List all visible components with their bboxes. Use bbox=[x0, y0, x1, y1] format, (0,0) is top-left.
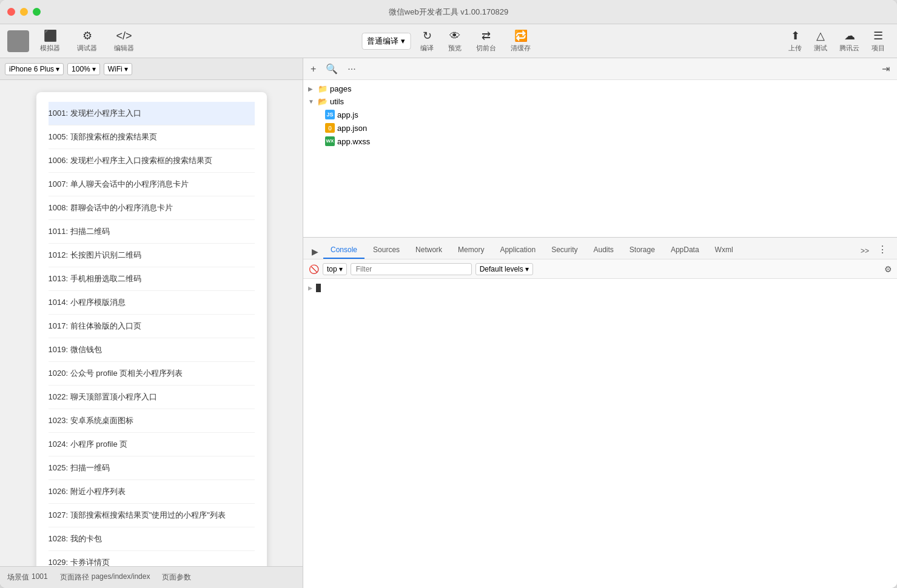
scene-item[interactable]: 1022: 聊天顶部置顶小程序入口 bbox=[49, 386, 255, 409]
traffic-lights bbox=[7, 8, 41, 16]
search-files-button[interactable]: 🔍 bbox=[323, 62, 340, 76]
tab-console[interactable]: Console bbox=[323, 242, 365, 259]
scene-value-item: 场景值 1001 bbox=[7, 572, 48, 583]
console-content[interactable]: ▶ bbox=[303, 279, 897, 588]
network-select[interactable]: WiFi ▾ bbox=[104, 63, 132, 75]
switch-button[interactable]: ⇄ 切前台 bbox=[471, 27, 501, 55]
collapse-panel-button[interactable]: ⇥ bbox=[879, 62, 892, 76]
scene-item[interactable]: 1001: 发现栏小程序主入口 bbox=[49, 102, 255, 125]
add-file-button[interactable]: + bbox=[308, 62, 318, 76]
tree-item-pages[interactable]: ▶ 📁 pages bbox=[303, 82, 897, 95]
scene-item[interactable]: 1024: 小程序 profile 页 bbox=[49, 433, 255, 456]
test-button[interactable]: △ 测试 bbox=[809, 27, 832, 55]
simulator-icon: ⬛ bbox=[44, 29, 57, 42]
context-value: top bbox=[327, 265, 337, 273]
close-button[interactable] bbox=[7, 8, 15, 16]
compile-select[interactable]: 普通编译 ▾ bbox=[361, 33, 411, 50]
page-params-item: 页面参数 bbox=[162, 572, 191, 583]
devtools-panel: ▶ Console Sources Network Memory Applica… bbox=[303, 238, 897, 588]
console-context-select[interactable]: top ▾ bbox=[323, 263, 347, 275]
simulator-button[interactable]: ⬛ 模拟器 bbox=[34, 27, 66, 55]
console-settings-button[interactable]: ⚙ bbox=[884, 264, 892, 274]
eye-icon: 👁 bbox=[449, 30, 460, 42]
preview-button[interactable]: 👁 预览 bbox=[443, 27, 466, 55]
main-content: iPhone 6 Plus ▾ 100% ▾ WiFi ▾ 1001: 发现栏小… bbox=[0, 58, 897, 588]
log-level-value: Default levels bbox=[480, 265, 523, 273]
scene-item[interactable]: 1023: 安卓系统桌面图标 bbox=[49, 409, 255, 433]
maximize-button[interactable] bbox=[33, 8, 41, 16]
tab-storage[interactable]: Storage bbox=[622, 242, 662, 259]
sim-toolbar: iPhone 6 Plus ▾ 100% ▾ WiFi ▾ bbox=[0, 58, 303, 80]
scene-item[interactable]: 1029: 卡券详情页 bbox=[49, 551, 255, 566]
scene-item[interactable]: 1007: 单人聊天会话中的小程序消息卡片 bbox=[49, 173, 255, 196]
test-label: 测试 bbox=[814, 44, 827, 53]
console-prompt: ▶ bbox=[308, 284, 892, 292]
phone-frame: 1001: 发现栏小程序主入口1005: 顶部搜索框的搜索结果页1006: 发现… bbox=[36, 92, 267, 566]
folder-icon: 📁 bbox=[318, 84, 328, 93]
clear-cache-button[interactable]: 🔁 清缓存 bbox=[506, 27, 536, 55]
device-name: iPhone 6 Plus bbox=[9, 65, 54, 73]
debugger-button[interactable]: ⚙ 调试器 bbox=[71, 27, 103, 55]
inspect-button[interactable]: ▶ bbox=[308, 244, 322, 259]
zoom-select[interactable]: 100% ▾ bbox=[67, 63, 100, 75]
scene-item[interactable]: 1005: 顶部搜索框的搜索结果页 bbox=[49, 125, 255, 149]
more-options-button[interactable]: ··· bbox=[345, 62, 358, 76]
device-select[interactable]: iPhone 6 Plus ▾ bbox=[5, 63, 64, 75]
chevron-down-icon: ▾ bbox=[401, 36, 405, 45]
scene-item[interactable]: 1027: 顶部搜索框搜索结果页"使用过的小程序"列表 bbox=[49, 504, 255, 527]
console-filter-input[interactable] bbox=[351, 263, 472, 275]
network-type: WiFi bbox=[108, 65, 123, 73]
more-tabs-button[interactable]: >> bbox=[858, 243, 872, 259]
console-clear-button[interactable]: 🚫 bbox=[308, 264, 319, 275]
scene-item[interactable]: 1026: 附近小程序列表 bbox=[49, 480, 255, 504]
tab-memory[interactable]: Memory bbox=[451, 242, 491, 259]
cloud-button[interactable]: ☁ 腾讯云 bbox=[835, 27, 864, 55]
page-path-item: 页面路径 pages/index/index bbox=[60, 572, 150, 583]
scene-item[interactable]: 1014: 小程序模版消息 bbox=[49, 291, 255, 315]
minimize-button[interactable] bbox=[20, 8, 28, 16]
project-button[interactable]: ☰ 项目 bbox=[867, 27, 890, 55]
tab-network[interactable]: Network bbox=[408, 242, 449, 259]
debugger-icon: ⚙ bbox=[82, 29, 92, 42]
refresh-button[interactable]: ↻ 编译 bbox=[415, 27, 438, 55]
switch-label: 切前台 bbox=[476, 44, 496, 53]
chevron-down-icon: ▾ bbox=[339, 265, 343, 273]
scene-item[interactable]: 1019: 微信钱包 bbox=[49, 338, 255, 362]
page-params-label: 页面参数 bbox=[162, 572, 191, 583]
log-level-select[interactable]: Default levels ▾ bbox=[475, 263, 533, 275]
tree-item-appjson[interactable]: {} app.json bbox=[303, 121, 897, 135]
scene-item[interactable]: 1017: 前往体验版的入口页 bbox=[49, 315, 255, 338]
scene-item[interactable]: 1013: 手机相册选取二维码 bbox=[49, 267, 255, 291]
tab-sources[interactable]: Sources bbox=[366, 242, 407, 259]
simulator-label: 模拟器 bbox=[40, 44, 60, 53]
scene-item[interactable]: 1008: 群聊会话中的小程序消息卡片 bbox=[49, 196, 255, 220]
editor-button[interactable]: </> 编辑器 bbox=[108, 27, 140, 55]
scene-item[interactable]: 1011: 扫描二维码 bbox=[49, 220, 255, 244]
expand-arrow: ▼ bbox=[308, 98, 315, 105]
debugger-label: 调试器 bbox=[77, 44, 97, 53]
zoom-level: 100% bbox=[72, 65, 90, 73]
tab-application[interactable]: Application bbox=[492, 242, 543, 259]
scene-item[interactable]: 1025: 扫描一维码 bbox=[49, 456, 255, 480]
tree-item-appwxss[interactable]: WX app.wxss bbox=[303, 135, 897, 148]
tab-appdata[interactable]: AppData bbox=[664, 242, 707, 259]
tab-wxml[interactable]: Wxml bbox=[708, 242, 741, 259]
main-window: 微信web开发者工具 v1.00.170829 ⬛ 模拟器 ⚙ 调试器 </> … bbox=[0, 0, 897, 588]
tree-item-appjs[interactable]: JS app.js bbox=[303, 108, 897, 121]
chevron-icon: ▾ bbox=[124, 65, 128, 73]
clear-icon: 🔁 bbox=[514, 29, 528, 42]
titlebar: 微信web开发者工具 v1.00.170829 bbox=[0, 0, 897, 24]
file-name: app.json bbox=[337, 124, 367, 133]
tab-audits[interactable]: Audits bbox=[586, 242, 621, 259]
tabs-menu-button[interactable]: ⋮ bbox=[873, 240, 892, 259]
scene-item[interactable]: 1028: 我的卡包 bbox=[49, 527, 255, 551]
right-panel: + 🔍 ··· ⇥ ▶ 📁 pages ▼ 📂 utils bbox=[303, 58, 897, 588]
main-toolbar: ⬛ 模拟器 ⚙ 调试器 </> 编辑器 普通编译 ▾ ↻ 编译 👁 bbox=[0, 24, 897, 58]
scene-item[interactable]: 1020: 公众号 profile 页相关小程序列表 bbox=[49, 362, 255, 386]
avatar bbox=[7, 30, 29, 52]
tab-security[interactable]: Security bbox=[544, 242, 585, 259]
scene-item[interactable]: 1012: 长按图片识别二维码 bbox=[49, 244, 255, 267]
tree-item-utils[interactable]: ▼ 📂 utils bbox=[303, 95, 897, 108]
scene-item[interactable]: 1006: 发现栏小程序主入口搜索框的搜索结果页 bbox=[49, 149, 255, 173]
upload-button[interactable]: ⬆ 上传 bbox=[784, 27, 807, 55]
